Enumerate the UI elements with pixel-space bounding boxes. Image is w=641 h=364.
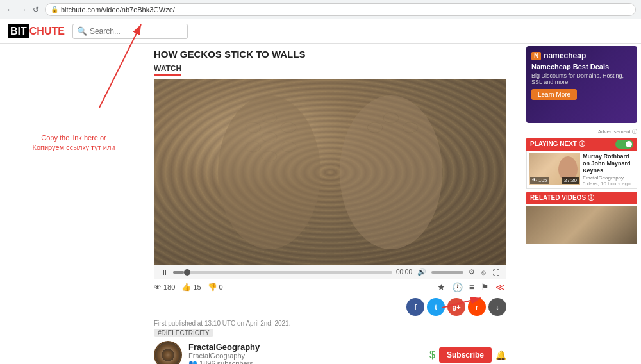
- refresh-button[interactable]: ↺: [31, 4, 41, 15]
- browser-controls: ← → ↺: [5, 4, 41, 15]
- left-panel: Copy the link here or Копируем ссылку ту…: [0, 44, 147, 364]
- watchlater-button[interactable]: 🕐: [451, 282, 464, 292]
- site-header: BIT CHUTE 🔍: [0, 19, 641, 44]
- people-icon: 👥: [188, 360, 197, 364]
- settings-button[interactable]: ⚙: [467, 268, 476, 276]
- views-stat: 👁 180: [154, 283, 175, 292]
- subscribe-button[interactable]: Subscribe: [439, 347, 492, 363]
- ad-title: Namecheap Best Deals: [531, 63, 632, 70]
- channel-avatar[interactable]: [154, 341, 182, 364]
- watch-tab[interactable]: WATCH: [154, 64, 181, 76]
- ad-cta-button[interactable]: Learn More: [531, 89, 577, 100]
- volume-button[interactable]: 🔊: [416, 268, 428, 276]
- svg-point-0: [218, 95, 320, 249]
- facebook-share-button[interactable]: f: [406, 298, 424, 316]
- content-area: Copy the link here or Копируем ссылку ту…: [0, 44, 641, 364]
- url-text: bitchute.com/video/nb7eBhk3GWze/: [61, 6, 175, 13]
- logo-chute: CHUTE: [29, 26, 65, 37]
- svg-point-1: [340, 95, 442, 249]
- meta-actions: ★ 🕐 ≡ ⚑ ≪: [436, 282, 506, 292]
- playing-next-header: PLAYING NEXT ⓘ: [526, 138, 637, 151]
- video-thumbnail: [154, 79, 506, 265]
- meta-stats: 👁 180 👍 15 👎 0: [154, 283, 436, 292]
- fullscreen-button[interactable]: ⛶: [491, 269, 501, 276]
- ad-brand: namecheap: [544, 51, 586, 60]
- main-content: HOW GECKOS STICK TO WALLS WATCH: [147, 44, 522, 364]
- logo[interactable]: BIT CHUTE: [8, 24, 65, 38]
- address-bar[interactable]: 🔒 bitchute.com/video/nb7eBhk3GWze/: [45, 3, 636, 16]
- video-controls[interactable]: ⏸ 00:00 🔊 ⚙ ⎋ ⛶: [154, 265, 506, 279]
- tip-icon[interactable]: $: [429, 349, 435, 361]
- play-pause-button[interactable]: ⏸: [160, 269, 169, 276]
- likes-stat[interactable]: 👍 15: [181, 283, 201, 292]
- googleplus-share-button[interactable]: g+: [447, 298, 465, 316]
- channel-handle[interactable]: FractalGeography: [188, 352, 423, 360]
- playlist-button[interactable]: ≡: [468, 282, 476, 292]
- forward-button[interactable]: →: [18, 4, 28, 15]
- video-player[interactable]: [154, 79, 506, 265]
- playing-next-toggle[interactable]: [615, 140, 633, 149]
- download-button[interactable]: ↓: [488, 298, 506, 316]
- volume-slider[interactable]: [431, 271, 463, 274]
- ad-label: Advertisement ⓘ: [526, 128, 637, 135]
- channel-name[interactable]: FractalGeography: [188, 342, 423, 352]
- next-video-info: Murray Rothbard on John Maynard Keynes F…: [583, 153, 635, 186]
- share-button[interactable]: ≪: [494, 282, 506, 292]
- logo-bit: BIT: [8, 24, 29, 38]
- video-tag[interactable]: #DIELECTRICITY: [154, 329, 213, 337]
- lock-icon: 🔒: [51, 6, 58, 13]
- back-button[interactable]: ←: [5, 4, 15, 15]
- flag-button[interactable]: ⚑: [479, 282, 490, 292]
- progress-bar[interactable]: [173, 271, 392, 274]
- channel-info: FractalGeography FractalGeography 👥 1896…: [188, 342, 423, 364]
- related-videos-header: RELATED VIDEOS ⓘ: [526, 192, 637, 204]
- next-duration: 27:20: [562, 177, 579, 184]
- next-video-title: Murray Rothbard on John Maynard Keynes: [583, 153, 635, 174]
- ad-description: Big Discounts for Domains, Hosting, SSL …: [531, 72, 632, 85]
- next-video-thumbnail: 👁105 27:20: [529, 153, 580, 185]
- subscriber-count: 👥 1896 subscribers: [188, 360, 423, 364]
- search-input[interactable]: [90, 27, 179, 36]
- video-meta: 👁 180 👍 15 👎 0 ★ 🕐 ≡ ⚑: [154, 279, 506, 295]
- next-views: 👁105: [530, 177, 549, 184]
- bookmark-button[interactable]: ★: [436, 282, 447, 292]
- twitter-share-button[interactable]: t: [427, 298, 445, 316]
- video-title: HOW GECKOS STICK TO WALLS: [154, 49, 516, 60]
- next-time-ago: 5 days, 10 hours ago: [583, 181, 635, 186]
- thumbup-icon: 👍: [181, 283, 191, 292]
- next-video-card[interactable]: 👁105 27:20 Murray Rothbard on John Mayna…: [526, 151, 637, 189]
- search-bar[interactable]: 🔍: [72, 24, 188, 39]
- external-button[interactable]: ⎋: [480, 269, 487, 276]
- related-video-thumbnail[interactable]: [526, 206, 637, 244]
- browser-bar: ← → ↺ 🔒 bitchute.com/video/nb7eBhk3GWze/: [0, 0, 641, 19]
- advertisement[interactable]: N namecheap Namecheap Best Deals Big Dis…: [526, 46, 637, 123]
- next-channel: FractalGeography: [583, 175, 635, 181]
- dislikes-stat[interactable]: 👎 0: [208, 283, 223, 292]
- published-info: First published at 13:10 UTC on April 2n…: [154, 320, 516, 327]
- channel-row: FractalGeography FractalGeography 👥 1896…: [154, 341, 506, 364]
- search-icon: 🔍: [77, 26, 87, 36]
- eye-icon: 👁: [154, 283, 162, 292]
- right-sidebar: N namecheap Namecheap Best Deals Big Dis…: [522, 44, 641, 364]
- top-annotation: Copy the link here or Копируем ссылку ту…: [6, 133, 141, 153]
- channel-actions: $ Subscribe 🔔: [429, 347, 506, 363]
- reddit-share-button[interactable]: r: [468, 298, 486, 316]
- thumbdown-icon: 👎: [208, 283, 217, 292]
- time-display: 00:00: [396, 269, 412, 276]
- notify-button[interactable]: 🔔: [495, 350, 506, 360]
- share-icons-row: f t g+ r ↓: [154, 295, 506, 318]
